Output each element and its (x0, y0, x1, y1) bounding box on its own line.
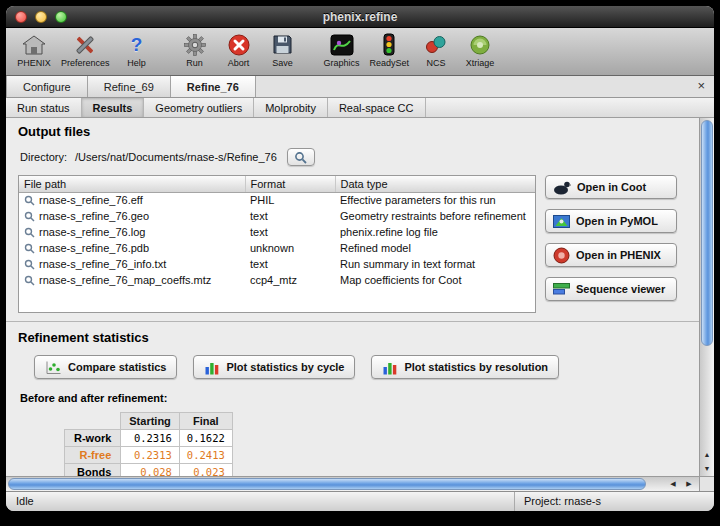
subtab-results[interactable]: Results (82, 98, 145, 117)
scrollbar-corner (699, 476, 714, 491)
toolbar-label: NCS (427, 58, 446, 68)
section-divider (6, 321, 699, 322)
stats-header-starting: Starting (121, 413, 180, 430)
file-format: PHIL (245, 192, 335, 208)
tab-refine-69[interactable]: Refine_69 (88, 76, 171, 97)
scroll-up-arrow[interactable]: ▲ (700, 447, 714, 461)
vertical-scrollbar-thumb[interactable] (701, 120, 713, 346)
minimize-button[interactable] (35, 11, 47, 23)
toolbar-button-graphics[interactable]: Graphics (319, 31, 365, 68)
toolbar-button-save[interactable]: Save (261, 31, 305, 68)
toolbar-button-xtriage[interactable]: Xtriage (458, 31, 502, 68)
browse-directory-button[interactable] (287, 148, 315, 166)
tab-configure[interactable]: Configure (6, 76, 88, 97)
ncs-icon (424, 31, 448, 58)
status-bar: Idle Project: rnase-s (6, 491, 714, 511)
file-path: rnase-s_refine_76.eff (39, 194, 143, 206)
table-row[interactable]: rnase-s_refine_76.log text phenix.refine… (19, 224, 535, 240)
file-data-type: Run summary in text format (335, 256, 535, 272)
tab-label: Refine_69 (104, 81, 154, 93)
tab-label: Configure (23, 81, 71, 93)
close-button[interactable] (15, 11, 27, 23)
toolbar-button-ncs[interactable]: NCS (414, 31, 458, 68)
subtab-geometry-outliers[interactable]: Geometry outliers (144, 98, 254, 117)
app-window: phenix.refine PHENIX Preferences ? Help (6, 6, 714, 511)
stats-row-r-free: R-free 0.2313 0.2413 (65, 447, 233, 464)
magnifier-icon (24, 211, 35, 222)
content-area: Output files Directory: /Users/nat/Docum… (6, 118, 714, 491)
stat-starting-value: 0.2313 (121, 447, 180, 464)
table-row[interactable]: rnase-s_refine_76.geo text Geometry rest… (19, 208, 535, 224)
stat-final-value: 0.023 (179, 464, 232, 477)
toolbar-label: Run (186, 58, 203, 68)
subtab-bar: Run status Results Geometry outliers Mol… (6, 98, 714, 118)
vertical-scrollbar-arrows: ▲ ▼ (700, 447, 714, 475)
file-format: text (245, 224, 335, 240)
scroll-down-arrow[interactable]: ▼ (700, 461, 714, 475)
xtriage-icon (469, 31, 491, 58)
button-label: Sequence viewer (576, 283, 665, 295)
file-path: rnase-s_refine_76.pdb (39, 242, 149, 254)
refinement-stats-table: Starting Final R-work 0.2316 0.1622 R-fr… (64, 412, 233, 476)
toolbar-button-abort[interactable]: Abort (217, 31, 261, 68)
file-format: ccp4_mtz (245, 272, 335, 288)
subtab-run-status[interactable]: Run status (6, 98, 82, 117)
horizontal-scrollbar-arrows: ◀ ▶ (665, 477, 697, 491)
open-in-pymol-button[interactable]: Open in PyMOL (545, 209, 677, 233)
window-controls (15, 11, 67, 23)
scroll-right-arrow[interactable]: ▶ (681, 477, 697, 491)
table-row[interactable]: rnase-s_refine_76_info.txt text Run summ… (19, 256, 535, 272)
status-separator (514, 492, 515, 511)
open-in-coot-button[interactable]: Open in Coot (545, 175, 677, 199)
toolbar-button-phenix[interactable]: PHENIX (12, 31, 56, 68)
file-data-type: Geometry restraints before refinement (335, 208, 535, 224)
subtab-molprobity[interactable]: Molprobity (254, 98, 328, 117)
vertical-scrollbar[interactable]: ▲ ▼ (699, 118, 714, 476)
search-icon (294, 151, 307, 164)
button-label: Plot statistics by resolution (404, 361, 548, 373)
stats-header-row: Starting Final (65, 413, 233, 430)
compare-statistics-button[interactable]: Compare statistics (34, 355, 177, 379)
toolbar-button-run[interactable]: Run (173, 31, 217, 68)
plot-statistics-by-resolution-button[interactable]: Plot statistics by resolution (371, 355, 559, 379)
table-row[interactable]: rnase-s_refine_76.pdb unknown Refined mo… (19, 240, 535, 256)
stats-header-final: Final (179, 413, 232, 430)
sequence-viewer-button[interactable]: Sequence viewer (545, 277, 677, 301)
button-label: Open in Coot (577, 181, 646, 193)
column-header-format: Format (245, 176, 335, 192)
plot-statistics-by-cycle-button[interactable]: Plot statistics by cycle (193, 355, 355, 379)
toolbar-label: PHENIX (17, 58, 51, 68)
tab-close-icon[interactable]: × (697, 78, 705, 93)
output-files-heading: Output files (18, 124, 687, 139)
preferences-tools-icon (73, 31, 97, 58)
toolbar-button-preferences[interactable]: Preferences (56, 31, 115, 68)
title-bar: phenix.refine (6, 6, 714, 28)
stat-label: Bonds (65, 464, 121, 477)
table-row[interactable]: rnase-s_refine_76.eff PHIL Effective par… (19, 192, 535, 208)
before-after-label: Before and after refinement: (20, 392, 687, 404)
table-row[interactable]: rnase-s_refine_76_map_coeffs.mtz ccp4_mt… (19, 272, 535, 288)
magnifier-icon (24, 195, 35, 206)
subtab-real-space-cc[interactable]: Real-space CC (328, 98, 426, 117)
stats-row-bonds: Bonds 0.028 0.023 (65, 464, 233, 477)
open-in-phenix-button[interactable]: Open in PHENIX (545, 243, 677, 267)
zoom-button[interactable] (55, 11, 67, 23)
column-header-data-type: Data type (335, 176, 535, 192)
toolbar-label: ReadySet (370, 58, 410, 68)
file-data-type: Map coefficients for Coot (335, 272, 535, 288)
toolbar: PHENIX Preferences ? Help (6, 28, 714, 76)
table-header-row: File path Format Data type (19, 176, 535, 192)
phenix-home-icon (21, 31, 47, 58)
horizontal-scrollbar-thumb[interactable] (8, 478, 646, 490)
toolbar-button-help[interactable]: ? Help (115, 31, 159, 68)
stat-starting-value: 0.2316 (121, 430, 180, 447)
window-title: phenix.refine (6, 10, 714, 24)
stats-row-r-work: R-work 0.2316 0.1622 (65, 430, 233, 447)
output-files-table: File path Format Data type rnase-s_refin… (18, 175, 536, 313)
file-data-type: Refined model (335, 240, 535, 256)
tab-refine-76[interactable]: Refine_76 (171, 76, 256, 97)
scroll-left-arrow[interactable]: ◀ (665, 477, 681, 491)
toolbar-button-readyset[interactable]: ReadySet (365, 31, 415, 68)
horizontal-scrollbar[interactable]: ◀ ▶ (6, 476, 699, 491)
abort-icon (228, 31, 250, 58)
